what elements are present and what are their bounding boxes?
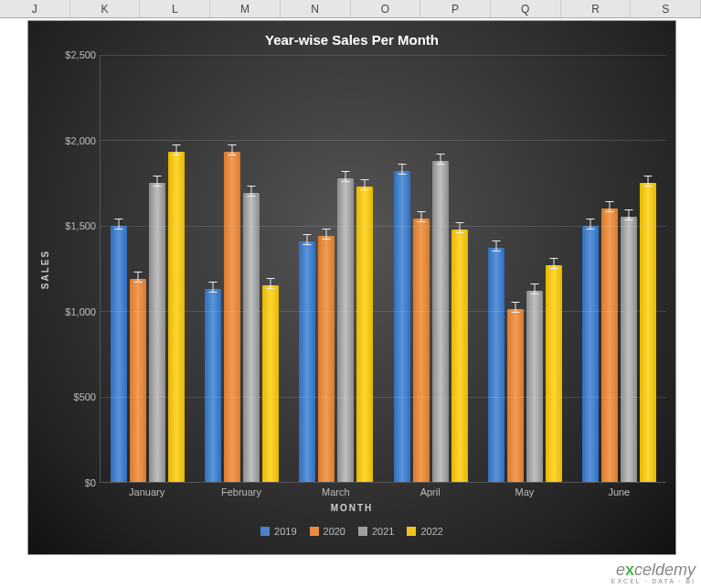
chart-title: Year-wise Sales Per Month bbox=[37, 32, 666, 48]
error-bar bbox=[401, 164, 402, 175]
bar-group bbox=[478, 55, 572, 482]
bar[interactable] bbox=[582, 226, 599, 482]
error-bar bbox=[365, 179, 366, 190]
bar-group bbox=[289, 55, 383, 482]
watermark-logo: exceldemy EXCEL · DATA · BI bbox=[611, 561, 696, 584]
y-tick-label: $0 bbox=[85, 477, 96, 488]
error-bar bbox=[119, 219, 120, 230]
error-bar bbox=[326, 229, 327, 240]
legend-swatch bbox=[407, 527, 416, 536]
x-axis-label: MONTH bbox=[37, 503, 666, 513]
bar[interactable] bbox=[546, 265, 562, 482]
bar[interactable] bbox=[432, 161, 449, 482]
bar[interactable] bbox=[337, 178, 354, 483]
bar[interactable] bbox=[451, 230, 468, 482]
bar-group bbox=[572, 55, 666, 482]
gridline bbox=[101, 140, 666, 141]
bar[interactable] bbox=[526, 291, 543, 482]
column-header-row: JKLMNOPQRS bbox=[0, 0, 701, 18]
error-bar bbox=[647, 176, 648, 187]
bar[interactable] bbox=[356, 187, 373, 482]
bar[interactable] bbox=[130, 279, 146, 482]
bar-group bbox=[384, 55, 478, 482]
column-header[interactable]: R bbox=[561, 0, 632, 17]
legend-swatch bbox=[260, 527, 270, 536]
gridline bbox=[101, 397, 666, 398]
x-tick-label: May bbox=[477, 483, 571, 501]
y-tick-label: $1,000 bbox=[65, 306, 96, 317]
gridline bbox=[101, 55, 666, 56]
bar[interactable] bbox=[413, 219, 430, 482]
bar[interactable] bbox=[168, 152, 185, 482]
bar-group bbox=[101, 55, 195, 482]
bar[interactable] bbox=[640, 183, 656, 482]
x-axis-ticks: JanuaryFebruaryMarchAprilMayJune bbox=[100, 483, 666, 501]
legend-label: 2021 bbox=[372, 526, 394, 537]
error-bar bbox=[232, 144, 233, 155]
bar[interactable] bbox=[205, 289, 221, 482]
y-tick-label: $2,000 bbox=[65, 135, 96, 146]
chart-legend[interactable]: 2019202020212022 bbox=[37, 526, 666, 537]
y-axis-label: SALES bbox=[37, 55, 54, 483]
error-bar bbox=[345, 171, 346, 182]
error-bar bbox=[157, 176, 158, 187]
legend-label: 2019 bbox=[274, 526, 296, 537]
legend-item[interactable]: 2021 bbox=[358, 526, 394, 537]
column-header[interactable]: J bbox=[0, 0, 70, 17]
x-tick-label: March bbox=[289, 483, 383, 501]
bar[interactable] bbox=[488, 248, 505, 482]
column-header[interactable]: O bbox=[351, 0, 421, 17]
error-bar bbox=[251, 186, 252, 197]
gridline bbox=[101, 226, 666, 227]
column-header[interactable]: M bbox=[210, 0, 281, 17]
legend-label: 2020 bbox=[324, 526, 345, 537]
bar[interactable] bbox=[318, 236, 335, 482]
error-bar bbox=[420, 211, 421, 222]
error-bar bbox=[589, 219, 590, 230]
legend-label: 2022 bbox=[420, 526, 442, 537]
column-header[interactable]: K bbox=[70, 0, 141, 17]
y-axis-ticks: $0$500$1,000$1,500$2,000$2,500 bbox=[54, 55, 100, 483]
error-bar bbox=[459, 222, 460, 233]
x-tick-label: January bbox=[100, 483, 194, 501]
bar[interactable] bbox=[111, 226, 127, 482]
bar[interactable] bbox=[621, 217, 637, 482]
gridline bbox=[101, 311, 666, 312]
error-bar bbox=[609, 201, 610, 212]
y-tick-label: $1,500 bbox=[65, 220, 96, 231]
bar-group bbox=[195, 55, 289, 482]
error-bar bbox=[307, 234, 308, 245]
bar[interactable] bbox=[299, 241, 315, 482]
bar[interactable] bbox=[224, 152, 240, 482]
bar[interactable] bbox=[262, 285, 279, 482]
error-bar bbox=[534, 283, 535, 294]
y-tick-label: $2,500 bbox=[65, 49, 96, 60]
plot-area[interactable] bbox=[100, 55, 666, 483]
bar[interactable] bbox=[243, 193, 260, 482]
error-bar bbox=[495, 241, 496, 251]
legend-item[interactable]: 2019 bbox=[260, 526, 296, 537]
x-tick-label: April bbox=[383, 483, 477, 501]
bar[interactable] bbox=[149, 183, 165, 482]
bar[interactable] bbox=[394, 171, 410, 482]
error-bar bbox=[553, 258, 554, 269]
legend-swatch bbox=[310, 527, 319, 536]
error-bar bbox=[213, 282, 214, 293]
error-bar bbox=[138, 272, 139, 283]
column-header[interactable]: S bbox=[631, 0, 701, 17]
error-bar bbox=[628, 209, 629, 220]
y-tick-label: $500 bbox=[74, 391, 96, 402]
bar[interactable] bbox=[601, 208, 618, 482]
x-tick-label: June bbox=[572, 483, 666, 501]
error-bar bbox=[440, 154, 441, 165]
column-header[interactable]: P bbox=[420, 0, 491, 17]
column-header[interactable]: N bbox=[281, 0, 351, 17]
error-bar bbox=[271, 278, 271, 289]
legend-item[interactable]: 2022 bbox=[407, 526, 442, 537]
chart-object[interactable]: Year-wise Sales Per Month SALES $0$500$1… bbox=[27, 20, 676, 555]
column-header[interactable]: L bbox=[140, 0, 210, 17]
column-header[interactable]: Q bbox=[491, 0, 561, 17]
legend-swatch bbox=[358, 527, 367, 536]
legend-item[interactable]: 2020 bbox=[310, 526, 345, 537]
error-bar bbox=[176, 144, 177, 155]
